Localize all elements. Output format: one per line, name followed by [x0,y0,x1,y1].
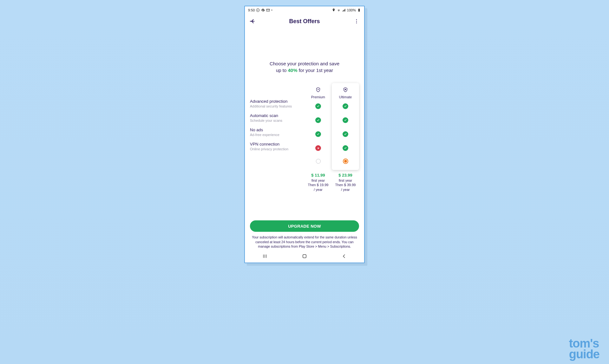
battery-percent: 100% [347,8,356,12]
signal-icon [342,8,346,12]
check-icon [343,131,348,137]
pricing-row: $ 11.99 first year Then $ 19.99 / year $… [250,172,359,192]
shield-star-icon [315,87,321,94]
wifi-icon [337,8,341,12]
app-notification-icon [256,8,260,12]
plan-header-ultimate: Ultimate [339,84,352,99]
app-bar: Best Offers [245,14,364,29]
cross-icon [315,145,321,151]
promo-percent: 40% [288,68,297,73]
feature-row-autoscan: Automatic scan Schedule your scans [250,113,304,122]
upgrade-now-button[interactable]: UPGRADE NOW [250,220,359,232]
check-icon [343,145,348,151]
feature-row-noads: No ads Ad-free experience [250,127,304,137]
svg-rect-6 [303,255,306,258]
plan-column-premium[interactable]: Premium [304,84,332,170]
check-icon [315,103,321,109]
feature-row-vpn: VPN connection Online privacy protection [250,142,304,151]
svg-point-2 [356,19,357,20]
feature-row-advanced: Advanced protection Additional security … [250,99,304,108]
comparison-table: Advanced protection Additional security … [250,84,359,170]
fineprint-text: Your subscription will automatically ext… [250,235,359,249]
watermark-logo: tom's guide [569,338,599,360]
back-button[interactable] [249,17,256,25]
overflow-menu-button[interactable] [353,17,360,25]
settings-gear-icon [261,8,265,12]
home-button[interactable] [298,250,311,263]
status-time: 9:50 [248,8,255,12]
check-icon [343,117,348,123]
promo-line-1: Choose your protection and save [250,60,359,67]
plan-header-premium: Premium [311,84,325,99]
price-ultimate: $ 23.99 first year Then $ 39.99 / year [332,172,359,192]
more-notifications-dot: • [271,9,272,12]
check-icon [343,103,348,109]
recents-button[interactable] [259,250,271,263]
radio-ultimate[interactable] [343,159,348,164]
main-content: Choose your protection and save up to 40… [245,29,364,250]
back-nav-button[interactable] [338,250,350,263]
promo-text: Choose your protection and save up to 40… [250,60,359,74]
android-nav-bar [245,250,364,263]
price-premium: $ 11.99 first year Then $ 19.99 / year [304,172,332,192]
gmail-icon [266,8,270,12]
plan-column-ultimate[interactable]: Ultimate [332,83,359,170]
feature-labels: Advanced protection Additional security … [250,84,304,170]
status-bar: 9:50 • 100% [245,6,364,14]
phone-frame: 9:50 • 100% [244,6,365,263]
check-icon [315,131,321,137]
shield-ultimate-icon [343,87,348,94]
promo-line-2: up to 40% for your 1st year [250,67,359,74]
check-icon [315,117,321,123]
location-icon [332,8,336,12]
svg-point-3 [356,21,357,22]
battery-icon [357,8,361,12]
svg-point-4 [356,23,357,23]
page-title: Best Offers [245,18,364,25]
radio-premium[interactable] [316,159,321,164]
